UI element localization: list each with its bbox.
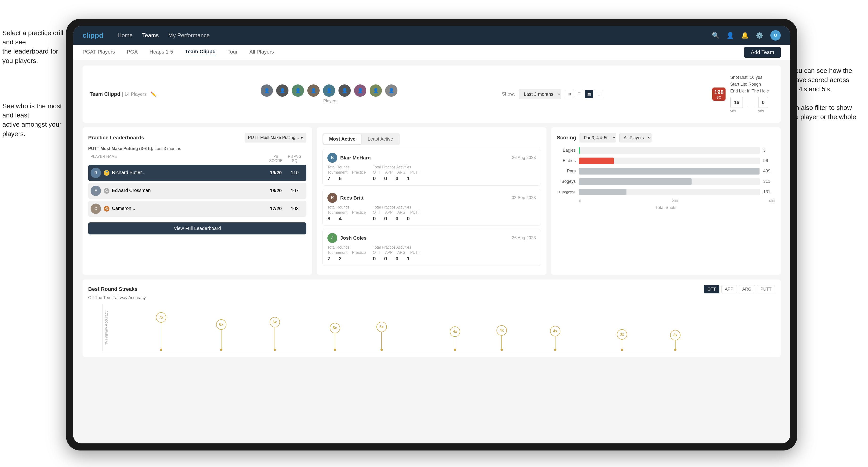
- leaderboard-header: Practice Leaderboards PUTT Must Make Put…: [88, 133, 306, 143]
- bar-row-birdies: Birdies 96: [557, 158, 775, 164]
- practice-activities-group-3: Total Practice Activities OTTAPPARGPUTT …: [373, 245, 420, 262]
- leaderboard-row-1: R 🥇 Richard Butler... 19/20 110: [88, 165, 306, 181]
- bar-row-bogeys: Bogeys 311: [557, 178, 775, 185]
- streaks-chart: 7x 6x 6x: [102, 304, 770, 351]
- streaks-header: Best Round Streaks OTT APP ARG PUTT: [88, 285, 775, 293]
- active-players-card: Most Active Least Active B Blair McHarg …: [317, 127, 546, 275]
- scoring-card: Scoring Par 3, 4 & 5s Par 3s Par 4s Par …: [551, 127, 781, 275]
- show-controls: Show: Last 3 months Last 6 months Last y…: [502, 89, 603, 99]
- bar-row-eagles: Eagles 3: [557, 147, 775, 154]
- grid-view-icon[interactable]: ⊞: [565, 90, 574, 98]
- bar-track-bogeys: [579, 178, 760, 185]
- streak-pin-4x-1: 4x: [450, 326, 460, 351]
- active-player-3: J Josh Coles 26 Aug 2023 Total Rounds To…: [322, 229, 540, 266]
- apc-name-3: Josh Coles: [340, 235, 367, 241]
- apc-stats-3: Total Rounds TournamentPractice 72 Total…: [328, 245, 536, 262]
- player-avatar-4: 👤: [307, 85, 319, 97]
- apc-header-2: R Rees Britt 02 Sep 2023: [328, 193, 536, 203]
- bar-value-birdies: 96: [763, 158, 775, 163]
- streaks-filter-putt[interactable]: PUTT: [757, 285, 775, 293]
- streak-pin-3x-1: 3x: [617, 329, 627, 351]
- person-icon[interactable]: 👤: [726, 32, 734, 39]
- three-col-section: Practice Leaderboards PUTT Must Make Put…: [83, 127, 781, 275]
- period-select[interactable]: Last 3 months Last 6 months Last year: [519, 89, 561, 99]
- team-player-count: | 14 Players: [122, 92, 147, 97]
- streaks-filter-row: OTT APP ARG PUTT: [704, 285, 775, 293]
- bar-value-bogeys: 311: [763, 179, 775, 184]
- lb-name-2: ② Edward Crossman: [104, 188, 266, 194]
- bar-track-pars: [579, 168, 760, 175]
- bar-label-dbogeys: D. Bogeys+: [557, 190, 576, 194]
- bar-row-dbogeys: D. Bogeys+ 131: [557, 189, 775, 195]
- scoring-x-label: Total Shots: [557, 205, 775, 210]
- nav-teams[interactable]: Teams: [142, 32, 159, 39]
- players-label: Players: [323, 99, 337, 103]
- subnav-hcaps[interactable]: Hcaps 1-5: [150, 49, 173, 56]
- bar-label-pars: Pars: [557, 168, 576, 174]
- total-rounds-group-3: Total Rounds TournamentPractice 72: [328, 245, 366, 262]
- leaderboard-subtitle: PUTT Must Make Putting (3-6 ft), Last 3 …: [88, 146, 306, 151]
- scoring-par-filter[interactable]: Par 3, 4 & 5s Par 3s Par 4s Par 5s: [580, 133, 616, 143]
- card-view-icon[interactable]: ▦: [585, 90, 593, 98]
- leaderboard-title: Practice Leaderboards: [88, 135, 144, 141]
- bar-value-pars: 499: [763, 168, 775, 174]
- bell-icon[interactable]: 🔔: [741, 32, 749, 39]
- nav-my-performance[interactable]: My Performance: [168, 32, 210, 39]
- lb-name-1: 🥇 Richard Butler...: [104, 170, 266, 176]
- streak-pin-4x-3: 4x: [550, 326, 560, 351]
- apc-header-1: B Blair McHarg 26 Aug 2023: [328, 153, 536, 163]
- streaks-card: Best Round Streaks OTT APP ARG PUTT Off …: [83, 280, 781, 357]
- annotation-left2: See who is the most and least active amo…: [2, 101, 68, 138]
- scoring-player-filter[interactable]: All Players: [619, 133, 651, 143]
- list-view-icon[interactable]: ☰: [575, 90, 583, 98]
- player-avatar-3: 👤: [292, 85, 304, 97]
- streaks-subtitle: Off The Tee, Fairway Accuracy: [88, 295, 775, 300]
- streak-pin-6x-1: 6x: [216, 319, 226, 351]
- apc-stats-1: Total Rounds TournamentPractice 76 Total…: [328, 165, 536, 182]
- subnav-tour[interactable]: Tour: [227, 49, 238, 56]
- subnav-all-players[interactable]: All Players: [249, 49, 274, 56]
- search-icon[interactable]: 🔍: [712, 32, 719, 39]
- active-player-1: B Blair McHarg 26 Aug 2023 Total Rounds …: [322, 149, 540, 186]
- tablet-screen: clippd Home Teams My Performance 🔍 👤 🔔 ⚙…: [73, 26, 790, 443]
- bar-axis: 0200400: [579, 199, 775, 203]
- lb-badge-silver: ②: [104, 188, 110, 194]
- view-full-leaderboard-button[interactable]: View Full Leaderboard: [88, 222, 306, 235]
- streaks-filter-app[interactable]: APP: [721, 285, 737, 293]
- leaderboard-row-3: C ③ Cameron... 17/20 103: [88, 201, 306, 217]
- apc-date-1: 26 Aug 2023: [512, 155, 536, 160]
- add-team-button[interactable]: Add Team: [744, 47, 781, 58]
- player-avatar-6: 👤: [338, 85, 351, 97]
- shot-badge: 198 SQ: [712, 88, 725, 101]
- bar-label-eagles: Eagles: [557, 148, 576, 153]
- user-avatar[interactable]: U: [770, 30, 781, 40]
- player-avatar-8: 👤: [370, 85, 382, 97]
- practice-leaderboards-card: Practice Leaderboards PUTT Must Make Put…: [83, 127, 312, 275]
- team-header: Team Clippd | 14 Players ✏️ 👤 👤 👤 👤 👤 👤 …: [83, 66, 781, 123]
- least-active-tab[interactable]: Least Active: [362, 134, 399, 144]
- streaks-filter-ott[interactable]: OTT: [704, 285, 719, 293]
- bar-label-birdies: Birdies: [557, 158, 576, 163]
- bar-row-pars: Pars 499: [557, 168, 775, 175]
- apc-date-3: 26 Aug 2023: [512, 236, 536, 240]
- player-avatar-7: 👤: [354, 85, 366, 97]
- streaks-filter-arg[interactable]: ARG: [739, 285, 755, 293]
- apc-name-row-2: R Rees Britt: [328, 193, 364, 203]
- most-active-tab[interactable]: Most Active: [323, 134, 361, 144]
- navbar: clippd Home Teams My Performance 🔍 👤 🔔 ⚙…: [73, 26, 790, 45]
- leaderboard-row-2: E ② Edward Crossman 18/20 107: [88, 183, 306, 199]
- table-view-icon[interactable]: ⊟: [595, 90, 603, 98]
- practice-activities-group-2: Total Practice Activities OTTAPPARGPUTT …: [373, 205, 420, 222]
- leaderboard-dropdown[interactable]: PUTT Must Make Putting... ▾: [245, 133, 307, 143]
- apc-date-2: 02 Sep 2023: [512, 195, 536, 200]
- subnav-team-clippd[interactable]: Team Clippd: [185, 49, 216, 56]
- apc-name-1: Blair McHarg: [340, 155, 371, 161]
- settings-icon[interactable]: ⚙️: [756, 32, 763, 39]
- apc-name-2: Rees Britt: [340, 195, 364, 201]
- nav-home[interactable]: Home: [118, 32, 132, 39]
- subnav-pga[interactable]: PGA: [127, 49, 137, 56]
- edit-team-icon[interactable]: ✏️: [151, 92, 156, 97]
- apc-avatar-3: J: [328, 233, 337, 243]
- subnav-pgat-players[interactable]: PGAT Players: [83, 49, 115, 56]
- apc-stats-2: Total Rounds TournamentPractice 84 Total…: [328, 205, 536, 222]
